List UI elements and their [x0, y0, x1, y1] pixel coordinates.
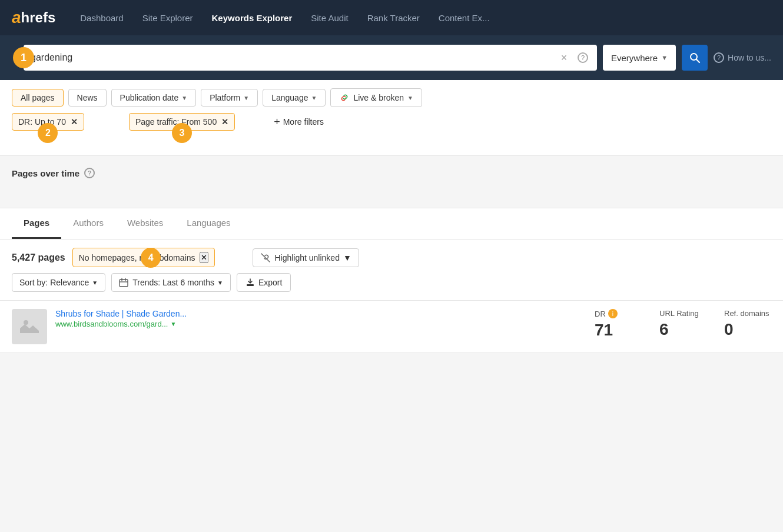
dr-filter-tag: DR: Up to 70 ✕ 2	[12, 113, 84, 131]
more-filters-button[interactable]: + More filters	[274, 116, 324, 128]
ref-domains-label: Ref. domains	[724, 309, 771, 318]
unlink-icon	[260, 252, 271, 263]
result-url-text: www.birdsandblooms.com/gard...	[55, 320, 168, 328]
nav-dashboard[interactable]: Dashboard	[73, 9, 130, 26]
nav-keywords-explorer[interactable]: Keywords Explorer	[205, 9, 300, 26]
search-bar: 1 × ? Everywhere ▼ ? How to us...	[0, 35, 783, 80]
dr-label: DR i	[595, 309, 642, 318]
url-rating-label: URL Rating	[659, 309, 706, 318]
page-traffic-filter-tag: Page traffic: From 500 ✕ 3	[129, 113, 235, 131]
logo-a: a	[12, 8, 21, 27]
clear-search-button[interactable]: ×	[557, 51, 571, 65]
search-help-icon[interactable]: ?	[576, 51, 590, 65]
no-homepages-filter-tag: No homepages, no subdomains ✕ 4	[72, 248, 215, 267]
all-pages-filter[interactable]: All pages	[12, 89, 64, 107]
tabs-row: Pages Authors Websites Languages	[12, 208, 771, 239]
chevron-down-icon: ▼	[311, 95, 317, 101]
language-filter[interactable]: Language ▼	[263, 89, 326, 107]
nav-site-audit[interactable]: Site Audit	[304, 9, 355, 26]
nav-site-explorer[interactable]: Site Explorer	[135, 9, 200, 26]
trends-label: Trends: Last 6 months	[132, 278, 214, 287]
tab-websites[interactable]: Websites	[115, 208, 175, 239]
publication-date-label: Publication date	[120, 93, 179, 102]
remove-no-homepages-button[interactable]: ✕	[200, 252, 208, 263]
url-rating-metric: URL Rating 6	[659, 309, 706, 339]
step-badge-1: 1	[13, 47, 34, 68]
filters-section: All pages News Publication date ▼ Platfo…	[0, 80, 783, 156]
filters-row1: All pages News Publication date ▼ Platfo…	[12, 88, 771, 107]
result-metrics: DR i 71 URL Rating 6 Ref. domains 0	[595, 309, 771, 340]
ref-domains-value: 0	[724, 320, 771, 339]
everywhere-label: Everywhere	[611, 53, 658, 63]
pages-count: 5,427 pages	[12, 252, 65, 263]
table-controls-row2: Sort by: Relevance ▼ Trends: Last 6 mont…	[12, 273, 771, 292]
result-url[interactable]: www.birdsandblooms.com/gard... ▼	[55, 320, 586, 328]
no-homepages-label: No homepages, no subdomains	[79, 253, 195, 262]
export-button[interactable]: Export	[237, 273, 291, 292]
everywhere-dropdown[interactable]: Everywhere ▼	[603, 45, 676, 71]
chevron-down-icon: ▼	[343, 253, 351, 262]
dr-info-icon[interactable]: i	[608, 309, 618, 318]
chevron-down-icon: ▼	[407, 95, 413, 101]
nav-links: Dashboard Site Explorer Keywords Explore…	[73, 9, 496, 26]
search-icons: × ?	[557, 51, 590, 65]
search-input[interactable]	[31, 52, 557, 63]
nav-content-explorer[interactable]: Content Ex...	[432, 9, 497, 26]
how-to-label: How to us...	[728, 53, 771, 62]
language-label: Language	[271, 93, 308, 102]
remove-page-traffic-filter-button[interactable]: ✕	[221, 117, 228, 127]
platform-label: Platform	[210, 93, 240, 102]
filters-row2: DR: Up to 70 ✕ 2 Page traffic: From 500 …	[12, 113, 771, 131]
highlight-unlinked-label: Highlight unlinked	[274, 253, 340, 262]
sort-button[interactable]: Sort by: Relevance ▼	[12, 273, 105, 292]
step-badge-2: 2	[38, 123, 58, 143]
url-dropdown-icon: ▼	[170, 321, 176, 327]
trends-button[interactable]: Trends: Last 6 months ▼	[111, 273, 231, 292]
pages-over-time-section: Pages over time ?	[0, 156, 783, 208]
search-input-wrap: 1 × ?	[24, 45, 597, 71]
tab-authors[interactable]: Authors	[61, 208, 115, 239]
chevron-down-icon: ▼	[661, 54, 668, 61]
link-icon	[339, 92, 350, 103]
live-broken-filter[interactable]: Live & broken ▼	[330, 88, 422, 107]
live-broken-label: Live & broken	[353, 93, 404, 102]
export-label: Export	[258, 278, 282, 287]
table-controls: 5,427 pages No homepages, no subdomains …	[0, 240, 783, 301]
chevron-down-icon: ▼	[243, 95, 249, 101]
more-filters-label: More filters	[283, 117, 324, 127]
calendar-icon	[119, 278, 128, 287]
platform-filter[interactable]: Platform ▼	[201, 89, 258, 107]
remove-dr-filter-button[interactable]: ✕	[71, 117, 78, 127]
navigation: a hrefs Dashboard Site Explorer Keywords…	[0, 0, 783, 35]
news-label: News	[77, 93, 98, 102]
publication-date-filter[interactable]: Publication date ▼	[111, 89, 197, 107]
tab-languages[interactable]: Languages	[175, 208, 242, 239]
tabs-section: Pages Authors Websites Languages	[0, 208, 783, 240]
chevron-down-icon: ▼	[181, 95, 187, 101]
live-broken-icon	[339, 92, 350, 103]
pages-over-time-chart	[12, 178, 771, 202]
how-to-button[interactable]: ? How to us...	[714, 52, 771, 63]
pages-over-time-header: Pages over time ?	[12, 168, 771, 178]
ref-domains-metric: Ref. domains 0	[724, 309, 771, 339]
svg-rect-3	[120, 280, 128, 287]
results-section: Shrubs for Shade | Shade Garden... www.b…	[0, 301, 783, 353]
tab-pages[interactable]: Pages	[12, 208, 61, 239]
dr-metric: DR i 71	[595, 309, 642, 340]
result-title[interactable]: Shrubs for Shade | Shade Garden...	[55, 309, 586, 318]
plus-icon: +	[274, 116, 280, 128]
svg-line-1	[696, 59, 699, 62]
step-badge-4: 4	[141, 248, 161, 268]
svg-point-9	[24, 320, 28, 325]
url-rating-value: 6	[659, 320, 706, 339]
export-icon	[245, 278, 255, 287]
search-button[interactable]	[682, 45, 708, 71]
result-info: Shrubs for Shade | Shade Garden... www.b…	[55, 309, 586, 328]
news-filter[interactable]: News	[68, 89, 107, 107]
chevron-down-icon: ▼	[92, 280, 98, 286]
pages-over-time-info-icon[interactable]: ?	[84, 168, 95, 178]
logo[interactable]: a hrefs	[12, 8, 55, 27]
nav-rank-tracker[interactable]: Rank Tracker	[360, 9, 427, 26]
highlight-unlinked-button[interactable]: Highlight unlinked ▼	[253, 248, 359, 267]
image-placeholder-icon	[20, 317, 39, 337]
